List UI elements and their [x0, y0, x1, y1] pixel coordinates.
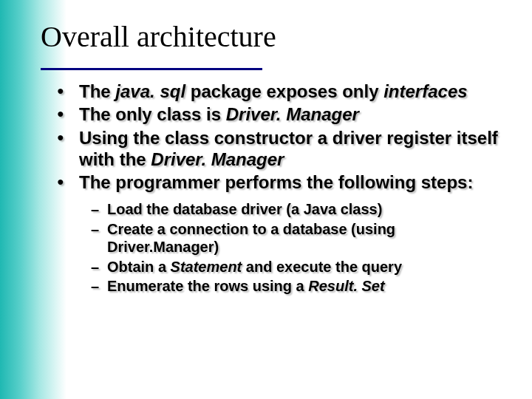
- sub-bullet-item: Enumerate the rows using a Result. Set: [91, 277, 502, 295]
- title-underline: [41, 68, 262, 70]
- text: Using the class constructor a driver reg…: [79, 128, 498, 169]
- text-italic: Result. Set: [308, 278, 384, 294]
- text-italic: Driver. Manager: [151, 149, 284, 169]
- text-italic: Driver. Manager: [226, 104, 359, 124]
- slide-title: Overall architecture: [41, 21, 502, 53]
- sub-bullet-item: Obtain a Statement and execute the query: [91, 258, 502, 276]
- text-italic: java. sql: [115, 81, 185, 101]
- text: Enumerate the rows using a: [107, 278, 308, 294]
- bullet-item: Using the class constructor a driver reg…: [57, 127, 502, 171]
- text: and execute the query: [242, 259, 402, 275]
- text: The programmer performs the following st…: [79, 172, 473, 192]
- sub-bullet-list: Load the database driver (a Java class) …: [41, 200, 502, 295]
- bullet-item: The java. sql package exposes only inter…: [57, 81, 502, 102]
- slide-content: Overall architecture The java. sql packa…: [0, 0, 532, 295]
- text: The: [79, 81, 115, 101]
- bullet-item: The only class is Driver. Manager: [57, 103, 502, 125]
- text: The only class is: [79, 104, 226, 124]
- text-italic: interfaces: [383, 81, 467, 101]
- sub-bullet-item: Create a connection to a database (using…: [91, 220, 502, 256]
- text: Obtain a: [107, 259, 171, 275]
- text-italic: Statement: [171, 259, 242, 275]
- sub-bullet-item: Load the database driver (a Java class): [91, 200, 502, 218]
- main-bullet-list: The java. sql package exposes only inter…: [41, 81, 502, 193]
- bullet-item: The programmer performs the following st…: [57, 171, 502, 193]
- text: package exposes only: [185, 81, 383, 101]
